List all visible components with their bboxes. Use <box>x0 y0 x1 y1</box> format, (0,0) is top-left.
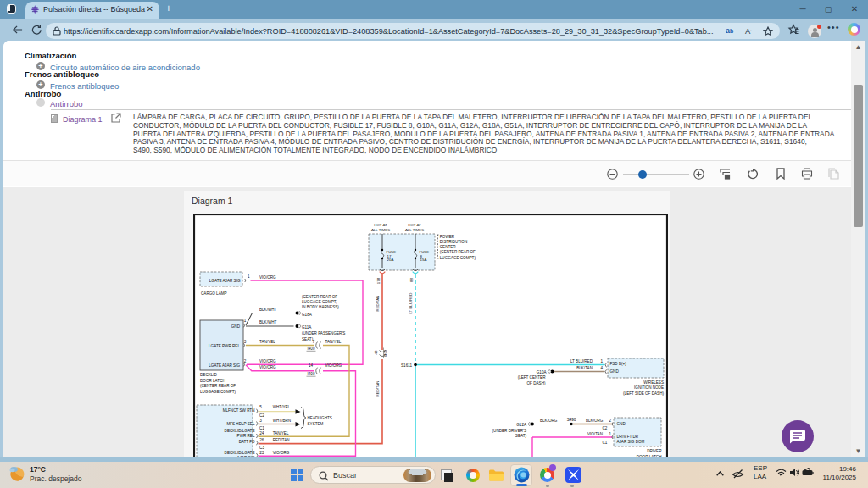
svg-text:LT BLU/RED: LT BLU/RED <box>570 359 593 363</box>
svg-text:C2: C2 <box>603 426 608 430</box>
svg-text:IGNITION NODE: IGNITION NODE <box>634 385 664 390</box>
svg-text:178: 178 <box>376 277 381 284</box>
svg-text:VIO/ORG: VIO/ORG <box>259 359 276 363</box>
svg-text:24: 24 <box>259 431 264 435</box>
svg-text:3: 3 <box>244 340 247 344</box>
svg-text:S1611: S1611 <box>401 363 412 368</box>
svg-text:WIRELESS: WIRELESS <box>643 380 664 385</box>
svg-text:C3: C3 <box>259 446 264 450</box>
svg-text:1: 1 <box>244 319 247 323</box>
svg-text:SYSTEM: SYSTEM <box>308 422 324 426</box>
svg-text:5: 5 <box>259 405 262 409</box>
svg-text:DECKLID/LGATE: DECKLID/LGATE <box>225 451 255 455</box>
svg-text:88: 88 <box>409 278 414 282</box>
svg-text:(CENTER REAR OF: (CENTER REAR OF <box>200 384 236 388</box>
svg-text:2: 2 <box>244 359 247 363</box>
svg-text:LUGGAGE COMPT): LUGGAGE COMPT) <box>200 390 236 394</box>
svg-text:DECKLID/LGATE: DECKLID/LGATE <box>225 429 255 433</box>
svg-text:I400: I400 <box>308 347 315 351</box>
svg-text:HOT AT: HOT AT <box>408 223 421 227</box>
svg-text:HOT AT: HOT AT <box>374 223 387 227</box>
svg-text:S490: S490 <box>567 418 576 422</box>
svg-text:VIO/TAN: VIO/TAN <box>587 432 603 436</box>
svg-text:3: 3 <box>259 419 262 423</box>
svg-text:OF DASH): OF DASH) <box>527 381 546 385</box>
svg-text:(LEFT SIDE OF DASH): (LEFT SIDE OF DASH) <box>623 391 664 396</box>
svg-text:1: 1 <box>609 432 611 436</box>
svg-text:IN BODY HARNESS): IN BODY HARNESS) <box>302 305 339 309</box>
svg-text:LGATE PWR REL: LGATE PWR REL <box>209 344 240 348</box>
svg-text:SEAT): SEAT) <box>302 337 314 341</box>
svg-text:DRIV FT DR: DRIV FT DR <box>617 435 639 439</box>
svg-text:TAN/YEL: TAN/YEL <box>326 340 342 344</box>
svg-text:(CENTER REAR OF: (CENTER REAR OF <box>440 250 476 254</box>
svg-text:ALL TIMES: ALL TIMES <box>371 228 390 232</box>
svg-text:G11A: G11A <box>302 325 312 330</box>
svg-text:GND: GND <box>610 369 620 374</box>
svg-text:RED/TAN: RED/TAN <box>376 381 380 397</box>
svg-text:AJAR SIG DOM: AJAR SIG DOM <box>617 440 645 444</box>
svg-text:20A: 20A <box>387 258 394 262</box>
svg-text:G12A: G12A <box>516 423 527 427</box>
svg-text:1: 1 <box>248 274 250 279</box>
svg-text:GND: GND <box>231 324 241 329</box>
svg-text:1: 1 <box>600 359 603 363</box>
svg-text:14: 14 <box>309 363 314 368</box>
svg-text:BLK/ORG: BLK/ORG <box>540 419 558 423</box>
svg-text:C1: C1 <box>259 426 264 430</box>
svg-text:26: 26 <box>259 438 264 442</box>
svg-text:BATT FD: BATT FD <box>239 440 255 444</box>
svg-text:VIO/ORG: VIO/ORG <box>259 365 276 369</box>
svg-text:POWER: POWER <box>440 235 455 239</box>
svg-text:BLK/WHT: BLK/WHT <box>259 320 277 324</box>
svg-text:ALL TIMES: ALL TIMES <box>405 228 424 232</box>
svg-text:LUGGAGE COMPT,: LUGGAGE COMPT, <box>302 300 337 304</box>
svg-text:DOOR LATCH: DOOR LATCH <box>200 379 225 383</box>
svg-text:(UNDER DRIVER'S: (UNDER DRIVER'S <box>492 429 526 433</box>
svg-text:SEAT): SEAT) <box>515 434 527 438</box>
svg-text:DISTRIBUTION: DISTRIBUTION <box>440 240 467 244</box>
svg-text:4: 4 <box>600 366 603 370</box>
svg-text:I400: I400 <box>383 349 387 357</box>
svg-text:G18A: G18A <box>302 313 313 317</box>
svg-text:LT BLU/RED: LT BLU/RED <box>409 293 413 314</box>
svg-text:HEADLIGHTS: HEADLIGHTS <box>308 416 332 420</box>
svg-text:DRIVER: DRIVER <box>647 449 662 453</box>
svg-text:DECKLID: DECKLID <box>200 373 218 377</box>
svg-text:I400: I400 <box>308 372 315 376</box>
svg-text:VIO/ORG: VIO/ORG <box>273 451 290 455</box>
svg-text:LGATE AJAR SIG: LGATE AJAR SIG <box>209 279 241 283</box>
svg-text:C1: C1 <box>603 441 608 445</box>
svg-text:RED/TAN: RED/TAN <box>376 296 380 312</box>
svg-text:GND: GND <box>617 422 626 426</box>
svg-text:23: 23 <box>259 451 264 455</box>
svg-text:C2: C2 <box>259 413 264 418</box>
svg-text:LGATE AJAR SIG: LGATE AJAR SIG <box>209 363 240 368</box>
svg-text:VIO/ORG: VIO/ORG <box>326 363 342 368</box>
svg-text:MFS HDLP SEL: MFS HDLP SEL <box>226 422 255 426</box>
svg-text:G10A: G10A <box>537 370 548 374</box>
svg-text:BLK/WHT: BLK/WHT <box>259 308 277 312</box>
svg-text:MLFNCT SW RTN: MLFNCT SW RTN <box>223 408 255 413</box>
svg-text:VIO/ORG: VIO/ORG <box>259 275 276 280</box>
svg-text:CARGO LAMP: CARGO LAMP <box>201 291 227 296</box>
svg-text:2: 2 <box>609 419 611 423</box>
svg-text:(UNDER PASSENGER'S: (UNDER PASSENGER'S <box>302 331 345 336</box>
svg-text:(LEFT CENTER: (LEFT CENTER <box>518 375 547 380</box>
svg-text:15A: 15A <box>420 258 427 262</box>
svg-text:(CENTER REAR OF: (CENTER REAR OF <box>302 295 337 299</box>
svg-text:TAN/YEL: TAN/YEL <box>259 340 275 344</box>
svg-text:WHT/YEL: WHT/YEL <box>273 405 291 409</box>
svg-text:CENTER: CENTER <box>440 245 457 249</box>
svg-text:WHT/BRN: WHT/BRN <box>273 419 291 423</box>
svg-text:43: 43 <box>374 350 378 354</box>
svg-text:FSD B(+): FSD B(+) <box>610 362 627 366</box>
svg-text:LUGGAGE COMPT): LUGGAGE COMPT) <box>440 256 476 260</box>
svg-text:TAN/YEL: TAN/YEL <box>273 431 289 435</box>
svg-text:BLK/ORG: BLK/ORG <box>586 419 604 423</box>
svg-text:BLK/TAN: BLK/TAN <box>576 366 593 370</box>
svg-text:PWR REL: PWR REL <box>237 434 255 438</box>
svg-text:RED/TAN: RED/TAN <box>273 438 290 442</box>
